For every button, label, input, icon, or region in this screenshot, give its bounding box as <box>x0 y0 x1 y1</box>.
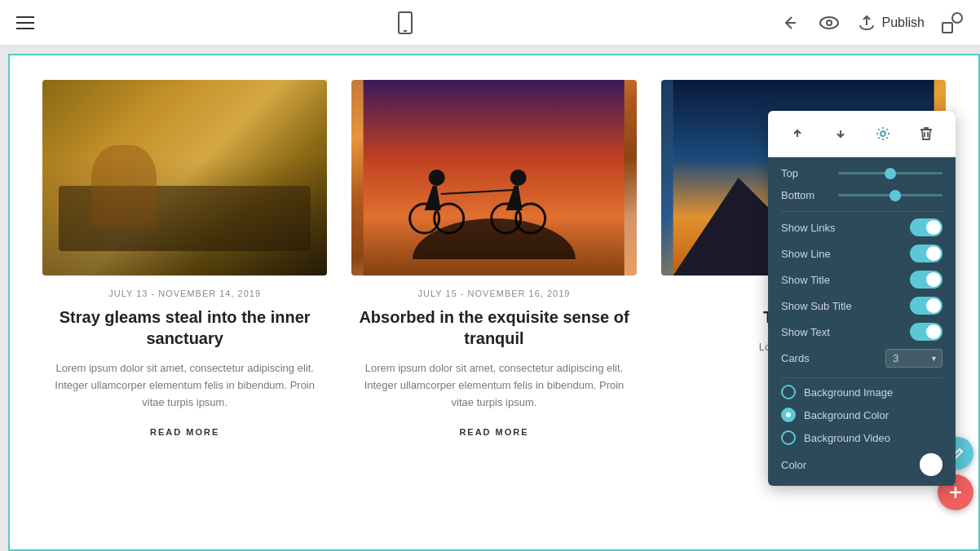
top-slider-label: Top <box>781 167 830 179</box>
show-line-label: Show Line <box>781 248 831 260</box>
svg-rect-4 <box>942 23 952 33</box>
bottom-slider-track[interactable] <box>838 194 942 196</box>
publish-button[interactable]: Publish <box>858 14 925 32</box>
settings-panel: Top Bottom Show Links Show Line <box>768 111 956 486</box>
card-title-1: Stray gleams steal into the inner sanctu… <box>42 306 327 349</box>
card-1: JULY 13 - NOVEMBER 14, 2019 Stray gleams… <box>42 80 327 437</box>
bottom-slider-row: Bottom <box>781 189 942 201</box>
svg-rect-6 <box>364 80 625 276</box>
card-title-2: Absorbed in the exquisite sense of tranq… <box>351 306 636 349</box>
move-up-button[interactable] <box>783 119 812 148</box>
delete-button[interactable] <box>912 119 941 148</box>
mobile-preview-icon[interactable] <box>393 11 417 35</box>
top-slider-thumb[interactable] <box>885 168 896 179</box>
shapes-icon[interactable] <box>941 11 964 34</box>
divider-2 <box>781 377 942 378</box>
svg-point-17 <box>881 131 885 136</box>
color-swatch[interactable] <box>920 453 942 476</box>
show-text-toggle[interactable] <box>910 323 942 341</box>
card-link-1[interactable]: READ MORE <box>150 427 219 437</box>
cards-select-wrapper: 1 2 3 4 <box>885 349 942 368</box>
card-link-2[interactable]: READ MORE <box>459 427 528 437</box>
svg-point-7 <box>429 170 445 186</box>
card-2: JULY 15 - NOVEMBER 16, 2019 Absorbed in … <box>351 80 636 437</box>
cards-select[interactable]: 1 2 3 4 <box>885 349 942 368</box>
svg-point-10 <box>510 170 527 186</box>
settings-gear-button[interactable] <box>868 119 898 148</box>
bg-image-row[interactable]: Background Image <box>781 385 942 399</box>
show-subtitle-toggle[interactable] <box>910 297 942 315</box>
move-down-button[interactable] <box>826 119 855 148</box>
svg-point-2 <box>820 17 838 29</box>
panel-actions <box>768 111 956 157</box>
color-row: Color <box>781 453 942 476</box>
card-image-2 <box>351 80 636 276</box>
show-subtitle-row: Show Sub Title <box>781 297 942 315</box>
top-slider-row: Top <box>781 167 942 179</box>
svg-point-3 <box>827 20 832 25</box>
show-links-row: Show Links <box>781 218 942 236</box>
show-line-toggle[interactable] <box>910 245 942 262</box>
toolbar: Publish <box>0 0 980 46</box>
card-image-1 <box>42 80 327 276</box>
show-links-toggle[interactable] <box>910 218 942 236</box>
card-date-2: JULY 15 - NOVEMBER 16, 2019 <box>418 289 571 298</box>
bg-video-label: Background Video <box>804 432 890 444</box>
show-text-label: Show Text <box>781 326 830 338</box>
bg-color-radio[interactable] <box>781 408 796 422</box>
bg-video-radio[interactable] <box>781 430 796 445</box>
bottom-slider-label: Bottom <box>781 189 830 201</box>
top-slider-track[interactable] <box>838 172 942 174</box>
toolbar-center <box>393 11 417 35</box>
show-line-row: Show Line <box>781 245 942 262</box>
show-links-label: Show Links <box>781 222 835 234</box>
toolbar-left <box>16 16 34 29</box>
cards-label: Cards <box>781 352 810 364</box>
panel-content: Top Bottom Show Links Show Line <box>768 157 956 486</box>
card-date-1: JULY 13 - NOVEMBER 14, 2019 <box>108 289 261 298</box>
show-text-row: Show Text <box>781 323 942 341</box>
bg-color-label: Background Color <box>804 409 889 421</box>
show-title-row: Show Title <box>781 271 942 289</box>
preview-eye-icon[interactable] <box>817 11 841 35</box>
back-button[interactable] <box>776 11 801 35</box>
bg-color-row[interactable]: Background Color <box>781 408 942 422</box>
divider-1 <box>781 211 942 212</box>
toolbar-right: Publish <box>776 11 964 35</box>
bottom-slider-thumb[interactable] <box>890 190 901 201</box>
show-subtitle-label: Show Sub Title <box>781 300 852 312</box>
card-text-2: Lorem ipsum dolor sit amet, consectetur … <box>351 360 636 411</box>
cards-select-row: Cards 1 2 3 4 <box>781 349 942 368</box>
bg-video-row[interactable]: Background Video <box>781 430 942 445</box>
card-text-1: Lorem ipsum dolor sit amet, consectetur … <box>42 360 327 411</box>
bg-image-radio[interactable] <box>781 385 796 399</box>
publish-label: Publish <box>882 15 925 30</box>
svg-point-5 <box>952 13 962 23</box>
show-title-toggle[interactable] <box>910 271 942 289</box>
bg-image-label: Background Image <box>804 386 893 399</box>
color-label: Color <box>781 459 806 471</box>
show-title-label: Show Title <box>781 274 830 286</box>
main-content: JULY 13 - NOVEMBER 14, 2019 Stray gleams… <box>0 46 980 551</box>
menu-icon[interactable] <box>16 16 34 29</box>
